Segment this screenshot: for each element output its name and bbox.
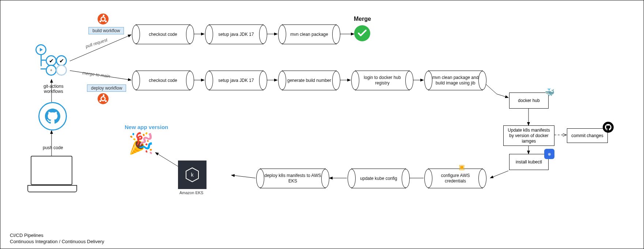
step-update-kube-config: update kube config	[351, 169, 406, 188]
step-setup-jdk17: setup java JDK 17	[209, 71, 264, 90]
developer-laptop	[30, 156, 73, 192]
merge-check-icon	[354, 25, 370, 41]
step-deploy-to-eks: deploy k8s manifests to AWS EKS	[260, 169, 326, 188]
step-mvn-clean-package: mvn clean package	[282, 24, 337, 44]
step-mvn-build-jib: mvn clean package and build image using …	[428, 71, 483, 90]
commit-changes-box: commit changes	[567, 128, 608, 143]
svg-line-14	[490, 171, 508, 178]
deploy-workflow-tag: deploy workflow	[87, 84, 126, 92]
step-setup-jdk17: setup java JDK 17	[209, 24, 264, 44]
install-kubectl-box: install kubectl	[509, 154, 549, 170]
build-workflow-tag: build workflow	[88, 27, 124, 34]
git-actions-label-line1: git-actions	[43, 84, 64, 89]
github-icon	[38, 102, 67, 131]
push-code-label: push code	[43, 145, 63, 150]
party-icon: 🎉	[128, 131, 154, 155]
footer-line1: CI/CD Pipelines	[10, 233, 43, 238]
new-app-version-label: New app version	[125, 124, 168, 130]
merge-label: Merge	[354, 16, 371, 22]
amazon-eks-label: Amazon EKS	[179, 190, 203, 195]
footer-line2: Continuous Integration / Continuous Deli…	[10, 239, 104, 244]
footer-text: CI/CD Pipelines Continuous Integration /…	[10, 233, 104, 245]
pull-request-label: pull request	[85, 37, 108, 49]
kubernetes-icon: ⎈	[544, 149, 554, 159]
git-actions-label: git-actions workflows	[43, 84, 64, 94]
step-checkout-code: checkout code	[136, 71, 190, 90]
step-checkout-code: checkout code	[136, 24, 190, 44]
git-actions-label-line2: workflows	[44, 89, 63, 94]
svg-line-17	[231, 175, 255, 178]
amazon-eks-icon: k	[178, 161, 207, 189]
update-k8s-manifests-box: Update k8s manifests by version of docke…	[503, 125, 554, 146]
git-actions-workflows-icon: ✔ ✔ ◦	[35, 44, 72, 77]
step-configure-aws: configure AWS credentials	[428, 169, 483, 188]
svg-marker-19	[40, 48, 43, 52]
step-generate-build-number: generate build number	[282, 71, 337, 90]
diagram-canvas: push code ✔ ✔ ◦ git-actions workflows pu…	[0, 0, 644, 249]
step-docker-login: login to docker hub registry	[355, 71, 410, 90]
docker-hub-box: docker hub	[509, 93, 549, 109]
docker-icon: 🐳	[545, 88, 554, 97]
ubuntu-icon	[98, 14, 109, 24]
svg-line-18	[155, 152, 178, 166]
ubuntu-icon	[98, 93, 109, 104]
merge-to-main-label: merge to main	[82, 70, 110, 79]
aws-icon: ▣	[459, 163, 465, 171]
github-icon	[603, 122, 614, 133]
svg-text:k: k	[191, 172, 194, 178]
